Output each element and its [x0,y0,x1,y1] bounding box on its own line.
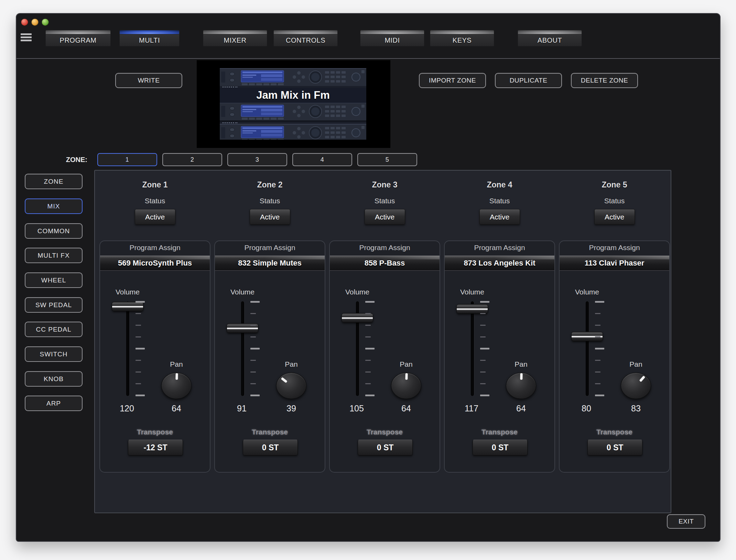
tab-controls[interactable]: CONTROLS [273,30,338,46]
zone-mix-card: Program Assign 569 MicroSynth Plus Volum… [99,240,210,473]
program-assign-button[interactable]: 858 P-Bass [330,256,440,271]
volume-label: Volume [106,288,149,296]
program-assign-button[interactable]: 569 MicroSynth Plus [100,256,210,271]
tick-mark [136,325,141,326]
zoom-window-icon[interactable] [42,19,49,26]
write-button[interactable]: WRITE [115,73,182,88]
sidebar-item-sw-pedal[interactable]: SW PEDAL [25,297,83,313]
tab-strip [360,30,424,34]
exit-button[interactable]: EXIT [667,514,705,529]
zone-mix-card: Program Assign 858 P-Bass Volume Pan 105… [329,240,440,473]
tab-about[interactable]: ABOUT [518,30,582,46]
status-label: Status [327,197,442,205]
zone-select-4[interactable]: 4 [292,153,352,166]
program-name: 113 Clavi Phaser [585,259,645,268]
transpose-button[interactable]: 0 ST [473,440,528,455]
sidebar-item-zone[interactable]: ZONE [25,174,83,189]
volume-value: 120 [110,403,144,413]
tick-mark [480,325,486,326]
zone-status-button[interactable]: Active [250,209,290,225]
pan-label: Pan [389,360,423,368]
tab-label: PROGRAM [45,34,111,46]
tick-mark [595,348,604,349]
tick-mark [136,360,141,361]
fader-track[interactable] [471,301,474,396]
program-assign-label: Program Assign [215,244,325,252]
program-assign-button[interactable]: 113 Clavi Phaser [560,256,669,271]
rack-photo: Jam Mix in Fm [220,68,366,140]
tab-keys[interactable]: KEYS [430,30,494,46]
pan-knob[interactable] [161,373,192,399]
tick-mark [480,336,486,337]
sidebar-item-switch[interactable]: SWITCH [25,346,83,362]
pan-label: Pan [274,360,309,368]
multi-name-display: Jam Mix in Fm [220,88,366,103]
fader-track[interactable] [241,301,244,396]
hamburger-menu-icon[interactable] [21,33,32,42]
pan-knob[interactable] [621,373,651,399]
program-assign-label: Program Assign [100,244,210,252]
delete-zone-button[interactable]: DELETE ZONE [571,73,638,88]
program-assign-button[interactable]: 873 Los Angeles Kit [445,256,554,271]
zone-status-button[interactable]: Active [594,209,635,225]
volume-label: Volume [566,288,608,296]
transpose-button[interactable]: 0 ST [358,440,413,455]
zone-status-button[interactable]: Active [479,209,520,225]
zone-status-button[interactable]: Active [365,209,405,225]
tab-label: CONTROLS [273,34,338,46]
tick-mark [365,348,375,349]
zone-mix-card: Program Assign 113 Clavi Phaser Volume P… [559,240,670,473]
sidebar-item-mix[interactable]: MIX [25,198,83,214]
tick-mark [595,371,600,373]
sidebar-item-knob[interactable]: KNOB [25,371,83,387]
transpose-button[interactable]: -12 ST [128,440,183,455]
sidebar-item-common[interactable]: COMMON [25,223,83,239]
pan-knob[interactable] [391,373,421,399]
tick-mark [480,383,486,384]
tab-program[interactable]: PROGRAM [45,30,111,46]
transpose-label: Transpose [100,428,210,436]
status-label: Status [98,197,213,205]
import-zone-button[interactable]: IMPORT ZONE [419,73,486,88]
sidebar-item-wheel[interactable]: WHEEL [25,272,83,288]
pan-knob[interactable] [506,373,536,399]
close-window-icon[interactable] [21,19,28,26]
sidebar-item-multi-fx[interactable]: MULTI FX [25,248,83,263]
fader-track[interactable] [126,301,129,396]
zone-select-2[interactable]: 2 [162,153,222,166]
tab-strip [203,30,267,34]
zone-select-5[interactable]: 5 [357,153,417,166]
tick-mark [595,360,600,361]
tab-multi[interactable]: MULTI [119,30,180,46]
transpose-button[interactable]: 0 ST [587,440,642,455]
zone-name: Zone 2 [213,180,327,190]
tick-mark [365,395,375,396]
fader-track[interactable] [586,301,589,396]
tick-mark [595,301,604,303]
tab-strip [273,30,338,34]
sidebar-item-cc-pedal[interactable]: CC PEDAL [25,322,83,337]
zone-name: Zone 4 [442,180,557,190]
transpose-label: Transpose [215,428,325,436]
sidebar-item-arp[interactable]: ARP [25,396,83,411]
transpose-button[interactable]: 0 ST [243,440,298,455]
tab-midi[interactable]: MIDI [360,30,424,46]
tick-mark [250,336,256,337]
tick-mark [136,336,141,337]
status-label: Status [213,197,327,205]
zone-selector-label: ZONE: [54,153,87,166]
zone-select-3[interactable]: 3 [227,153,287,166]
minimize-window-icon[interactable] [31,19,39,26]
tick-mark [136,313,141,314]
pan-knob[interactable] [276,373,306,399]
pan-knob-indicator [639,376,645,382]
tab-mixer[interactable]: MIXER [203,30,267,46]
duplicate-button[interactable]: DUPLICATE [495,73,562,88]
pan-label: Pan [159,360,194,368]
zone-status-button[interactable]: Active [135,209,175,225]
zone-select-1[interactable]: 1 [97,153,157,166]
tick-mark [480,301,489,303]
program-assign-button[interactable]: 832 Simple Mutes [215,256,325,271]
fader-tick-marks [595,302,605,395]
tick-mark [136,383,141,384]
